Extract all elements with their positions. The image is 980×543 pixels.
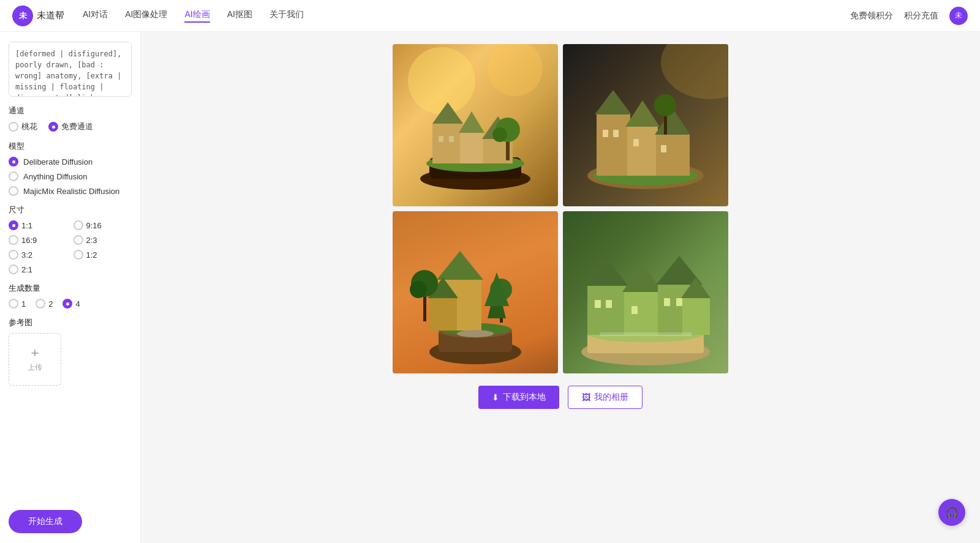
channel-radio-group: 桃花 免费通道	[9, 121, 132, 132]
model-deliberate-radio[interactable]	[9, 157, 18, 167]
generated-image-4[interactable]	[563, 211, 728, 373]
svg-rect-29	[633, 139, 639, 146]
size-9-16-radio[interactable]	[74, 220, 83, 230]
svg-rect-38	[429, 297, 457, 331]
upload-plus-icon: +	[31, 346, 39, 360]
svg-point-47	[457, 330, 494, 337]
nav-link-ai-image[interactable]: AI图像处理	[125, 9, 167, 23]
svg-rect-15	[449, 136, 454, 142]
nav-link-ai-chat[interactable]: AI对话	[83, 9, 108, 23]
size-3-2-radio[interactable]	[9, 250, 18, 260]
svg-rect-64	[676, 298, 682, 306]
svg-rect-30	[661, 145, 666, 152]
recharge-button[interactable]: 积分充值	[904, 10, 938, 21]
count-1-radio[interactable]	[9, 299, 18, 309]
size-label: 尺寸	[9, 204, 132, 215]
svg-rect-7	[460, 133, 483, 163]
size-2-3-radio[interactable]	[74, 235, 83, 245]
download-icon: ⬇	[492, 392, 499, 402]
svg-rect-21	[627, 127, 658, 176]
size-16-9[interactable]: 16:9	[9, 235, 67, 245]
size-2-1-radio[interactable]	[9, 264, 18, 274]
size-2-3[interactable]: 2:3	[74, 235, 132, 245]
size-9-16[interactable]: 9:16	[74, 220, 132, 230]
model-majicmix[interactable]: MajicMix Realistic Diffusion	[9, 186, 132, 196]
size-1-2[interactable]: 1:2	[74, 250, 132, 260]
svg-point-16	[661, 44, 728, 99]
negative-prompt-input[interactable]: [deformed | disfigured], poorly drawn, […	[9, 42, 132, 97]
image-1-svg	[393, 44, 558, 206]
nav-link-ai-cutout[interactable]: AI抠图	[227, 9, 252, 23]
nav-brand: 未道帮	[37, 10, 64, 21]
size-9-16-label: 9:16	[86, 221, 102, 230]
svg-rect-27	[603, 130, 608, 137]
avatar[interactable]: 未	[949, 7, 968, 25]
size-2-1-label: 2:1	[21, 265, 32, 274]
size-2-1[interactable]: 2:1	[9, 264, 67, 274]
size-1-2-radio[interactable]	[74, 250, 83, 260]
count-group: 1 2 4	[9, 299, 132, 309]
size-2-3-label: 2:3	[86, 236, 97, 245]
channel-peach[interactable]: 桃花	[9, 121, 37, 132]
generated-image-2[interactable]	[563, 44, 728, 206]
svg-marker-20	[595, 90, 631, 114]
channel-peach-radio[interactable]	[9, 122, 18, 132]
model-anything[interactable]: Anything Diffusion	[9, 171, 132, 181]
model-anything-radio[interactable]	[9, 171, 18, 181]
image-2-svg	[563, 44, 728, 206]
generated-image-3[interactable]	[393, 211, 558, 373]
count-2-label: 2	[48, 299, 53, 309]
generate-button[interactable]: 开始生成	[9, 510, 82, 533]
channel-free[interactable]: 免费通道	[48, 121, 93, 132]
navbar: 未 未道帮 AI对话 AI图像处理 AI绘画 AI抠图 关于我们 免费领积分 积…	[0, 0, 980, 32]
size-1-1-radio[interactable]	[9, 220, 18, 230]
nav-link-ai-paint[interactable]: AI绘画	[184, 9, 209, 23]
album-label: 我的相册	[594, 392, 628, 403]
count-section: 生成数量 1 2 4	[9, 283, 132, 309]
size-1-1-label: 1:1	[21, 221, 32, 230]
channel-free-label: 免费通道	[61, 121, 93, 132]
size-1-1[interactable]: 1:1	[9, 220, 67, 230]
support-button[interactable]: 🎧	[938, 499, 965, 526]
image-4-svg	[563, 211, 728, 373]
headset-icon: 🎧	[945, 506, 959, 519]
images-grid	[393, 44, 728, 373]
svg-rect-63	[664, 298, 670, 306]
model-label: 模型	[9, 141, 132, 152]
size-3-2[interactable]: 3:2	[9, 250, 67, 260]
svg-rect-61	[606, 300, 612, 308]
svg-rect-58	[682, 297, 710, 335]
model-majicmix-radio[interactable]	[9, 186, 18, 196]
download-button[interactable]: ⬇ 下载到本地	[478, 386, 559, 409]
album-button[interactable]: 🖼 我的相册	[568, 386, 643, 409]
upload-box[interactable]: + 上传	[9, 333, 61, 386]
count-2-radio[interactable]	[36, 299, 45, 309]
count-1[interactable]: 1	[9, 299, 26, 309]
nav-logo: 未	[12, 6, 33, 26]
model-list: Deliberate Diffusion Anything Diffusion …	[9, 157, 132, 196]
model-anything-label: Anything Diffusion	[23, 172, 88, 181]
svg-rect-23	[656, 135, 690, 176]
count-2[interactable]: 2	[36, 299, 53, 309]
generated-image-1[interactable]	[393, 44, 558, 206]
channel-label: 通道	[9, 105, 132, 116]
size-1-2-label: 1:2	[86, 250, 97, 260]
count-4[interactable]: 4	[62, 299, 80, 309]
svg-rect-5	[432, 124, 463, 163]
action-buttons: ⬇ 下载到本地 🖼 我的相册	[478, 386, 643, 409]
size-section: 尺寸 1:1 9:16 16:9 2:3	[9, 204, 132, 274]
nav-link-about[interactable]: 关于我们	[270, 9, 304, 23]
model-section: 模型 Deliberate Diffusion Anything Diffusi…	[9, 141, 132, 196]
nav-links: AI对话 AI图像处理 AI绘画 AI抠图 关于我们	[83, 9, 850, 23]
count-1-label: 1	[21, 299, 26, 309]
sidebar: [deformed | disfigured], poorly drawn, […	[0, 32, 141, 543]
main-layout: [deformed | disfigured], poorly drawn, […	[0, 0, 980, 543]
count-4-radio[interactable]	[62, 299, 72, 309]
size-16-9-radio[interactable]	[9, 235, 18, 245]
model-deliberate[interactable]: Deliberate Diffusion	[9, 157, 132, 167]
svg-rect-54	[624, 291, 661, 335]
channel-free-radio[interactable]	[48, 122, 58, 132]
free-points-button[interactable]: 免费领积分	[850, 10, 893, 21]
svg-rect-19	[597, 114, 630, 176]
svg-rect-52	[587, 285, 627, 335]
